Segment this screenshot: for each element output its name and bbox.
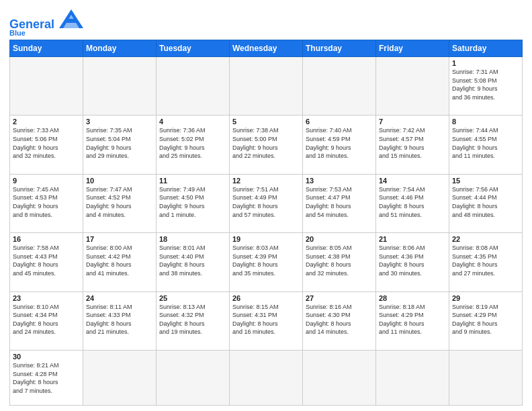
day-number: 26 — [232, 294, 300, 302]
calendar-cell: 13Sunrise: 7:53 AM Sunset: 4:47 PM Dayli… — [303, 174, 376, 232]
day-info: Sunrise: 7:31 AM Sunset: 5:08 PM Dayligh… — [452, 68, 519, 101]
calendar-cell: 19Sunrise: 8:03 AM Sunset: 4:39 PM Dayli… — [230, 233, 303, 291]
calendar-table: Sunday Monday Tuesday Wednesday Thursday… — [9, 40, 523, 406]
day-number: 1 — [452, 59, 519, 67]
calendar-cell: 7Sunrise: 7:42 AM Sunset: 4:57 PM Daylig… — [376, 116, 449, 174]
calendar-cell: 2Sunrise: 7:33 AM Sunset: 5:06 PM Daylig… — [10, 116, 83, 174]
calendar-cell: 4Sunrise: 7:36 AM Sunset: 5:02 PM Daylig… — [157, 116, 230, 174]
col-wednesday: Wednesday — [230, 40, 303, 57]
day-info: Sunrise: 8:13 AM Sunset: 4:32 PM Dayligh… — [159, 303, 226, 336]
day-number: 27 — [306, 294, 373, 302]
day-info: Sunrise: 7:36 AM Sunset: 5:02 PM Dayligh… — [159, 126, 226, 160]
calendar-cell: 25Sunrise: 8:13 AM Sunset: 4:32 PM Dayli… — [157, 291, 230, 350]
day-info: Sunrise: 7:45 AM Sunset: 4:53 PM Dayligh… — [13, 185, 80, 219]
calendar-cell: 27Sunrise: 8:16 AM Sunset: 4:30 PM Dayli… — [303, 291, 376, 350]
calendar-cell: 16Sunrise: 7:58 AM Sunset: 4:43 PM Dayli… — [10, 233, 83, 291]
calendar-cell: 11Sunrise: 7:49 AM Sunset: 4:50 PM Dayli… — [157, 174, 230, 232]
day-info: Sunrise: 8:00 AM Sunset: 4:42 PM Dayligh… — [86, 244, 153, 277]
day-info: Sunrise: 7:54 AM Sunset: 4:46 PM Dayligh… — [379, 185, 446, 219]
day-number: 3 — [86, 118, 153, 126]
col-saturday: Saturday — [449, 40, 523, 57]
calendar-cell: 21Sunrise: 8:06 AM Sunset: 4:36 PM Dayli… — [376, 233, 449, 291]
logo-icon — [59, 9, 83, 28]
day-info: Sunrise: 7:44 AM Sunset: 4:55 PM Dayligh… — [452, 126, 519, 160]
header: General Blue — [9, 7, 523, 37]
day-info: Sunrise: 7:40 AM Sunset: 4:59 PM Dayligh… — [306, 126, 373, 160]
day-number: 19 — [232, 235, 300, 243]
calendar-cell: 12Sunrise: 7:51 AM Sunset: 4:49 PM Dayli… — [230, 174, 303, 232]
calendar-header-row: Sunday Monday Tuesday Wednesday Thursday… — [10, 40, 523, 57]
calendar-cell: 29Sunrise: 8:19 AM Sunset: 4:29 PM Dayli… — [449, 291, 523, 350]
calendar-cell: 20Sunrise: 8:05 AM Sunset: 4:38 PM Dayli… — [303, 233, 376, 291]
calendar-cell: 6Sunrise: 7:40 AM Sunset: 4:59 PM Daylig… — [303, 116, 376, 174]
calendar-cell: 30Sunrise: 8:21 AM Sunset: 4:28 PM Dayli… — [10, 350, 83, 405]
calendar-cell: 26Sunrise: 8:15 AM Sunset: 4:31 PM Dayli… — [230, 291, 303, 350]
day-number: 14 — [379, 177, 446, 185]
calendar-cell — [83, 57, 157, 116]
day-info: Sunrise: 7:33 AM Sunset: 5:06 PM Dayligh… — [13, 126, 80, 160]
col-monday: Monday — [83, 40, 157, 57]
calendar-cell: 22Sunrise: 8:08 AM Sunset: 4:35 PM Dayli… — [449, 233, 523, 291]
day-number: 11 — [159, 177, 226, 185]
day-info: Sunrise: 8:10 AM Sunset: 4:34 PM Dayligh… — [13, 303, 80, 336]
day-info: Sunrise: 7:53 AM Sunset: 4:47 PM Dayligh… — [306, 185, 373, 219]
calendar-cell — [230, 57, 303, 116]
day-number: 17 — [86, 235, 153, 243]
calendar-cell: 18Sunrise: 8:01 AM Sunset: 4:40 PM Dayli… — [157, 233, 230, 291]
day-info: Sunrise: 7:47 AM Sunset: 4:52 PM Dayligh… — [86, 185, 153, 219]
day-info: Sunrise: 8:08 AM Sunset: 4:35 PM Dayligh… — [452, 244, 519, 277]
day-number: 7 — [379, 118, 446, 126]
day-info: Sunrise: 7:35 AM Sunset: 5:04 PM Dayligh… — [86, 126, 153, 160]
day-number: 25 — [159, 294, 226, 302]
calendar-cell: 10Sunrise: 7:47 AM Sunset: 4:52 PM Dayli… — [83, 174, 157, 232]
day-number: 9 — [13, 177, 80, 185]
calendar-cell: 1Sunrise: 7:31 AM Sunset: 5:08 PM Daylig… — [449, 57, 523, 116]
day-number: 15 — [452, 177, 519, 185]
calendar-cell: 23Sunrise: 8:10 AM Sunset: 4:34 PM Dayli… — [10, 291, 83, 350]
day-number: 4 — [159, 118, 226, 126]
day-info: Sunrise: 8:11 AM Sunset: 4:33 PM Dayligh… — [86, 303, 153, 336]
calendar-cell: 5Sunrise: 7:38 AM Sunset: 5:00 PM Daylig… — [230, 116, 303, 174]
day-info: Sunrise: 8:19 AM Sunset: 4:29 PM Dayligh… — [452, 303, 519, 336]
day-number: 30 — [13, 353, 80, 361]
day-number: 28 — [379, 294, 446, 302]
day-info: Sunrise: 8:03 AM Sunset: 4:39 PM Dayligh… — [232, 244, 300, 277]
calendar-cell — [376, 350, 449, 405]
calendar-cell: 17Sunrise: 8:00 AM Sunset: 4:42 PM Dayli… — [83, 233, 157, 291]
day-info: Sunrise: 8:15 AM Sunset: 4:31 PM Dayligh… — [232, 303, 300, 336]
day-number: 12 — [232, 177, 300, 185]
calendar-cell — [303, 350, 376, 405]
day-number: 20 — [306, 235, 373, 243]
calendar-cell: 3Sunrise: 7:35 AM Sunset: 5:04 PM Daylig… — [83, 116, 157, 174]
calendar-cell: 9Sunrise: 7:45 AM Sunset: 4:53 PM Daylig… — [10, 174, 83, 232]
calendar-cell — [10, 57, 83, 116]
day-number: 5 — [232, 118, 300, 126]
calendar-cell: 14Sunrise: 7:54 AM Sunset: 4:46 PM Dayli… — [376, 174, 449, 232]
day-info: Sunrise: 8:21 AM Sunset: 4:28 PM Dayligh… — [13, 361, 80, 395]
calendar-cell — [157, 350, 230, 405]
day-info: Sunrise: 8:18 AM Sunset: 4:29 PM Dayligh… — [379, 303, 446, 336]
col-friday: Friday — [376, 40, 449, 57]
day-number: 6 — [306, 118, 373, 126]
day-number: 24 — [86, 294, 153, 302]
day-info: Sunrise: 8:05 AM Sunset: 4:38 PM Dayligh… — [306, 244, 373, 277]
day-number: 29 — [452, 294, 519, 302]
day-info: Sunrise: 7:38 AM Sunset: 5:00 PM Dayligh… — [232, 126, 300, 160]
day-number: 21 — [379, 235, 446, 243]
calendar-cell — [303, 57, 376, 116]
day-number: 22 — [452, 235, 519, 243]
col-tuesday: Tuesday — [157, 40, 230, 57]
calendar-cell — [376, 57, 449, 116]
day-number: 10 — [86, 177, 153, 185]
calendar-cell — [449, 350, 523, 405]
day-number: 8 — [452, 118, 519, 126]
calendar-cell — [157, 57, 230, 116]
day-info: Sunrise: 8:06 AM Sunset: 4:36 PM Dayligh… — [379, 244, 446, 277]
calendar-cell — [230, 350, 303, 405]
day-info: Sunrise: 8:01 AM Sunset: 4:40 PM Dayligh… — [159, 244, 226, 277]
svg-rect-2 — [66, 19, 77, 23]
calendar-cell — [83, 350, 157, 405]
calendar-cell: 24Sunrise: 8:11 AM Sunset: 4:33 PM Dayli… — [83, 291, 157, 350]
day-info: Sunrise: 8:16 AM Sunset: 4:30 PM Dayligh… — [306, 303, 373, 336]
day-info: Sunrise: 7:58 AM Sunset: 4:43 PM Dayligh… — [13, 244, 80, 277]
